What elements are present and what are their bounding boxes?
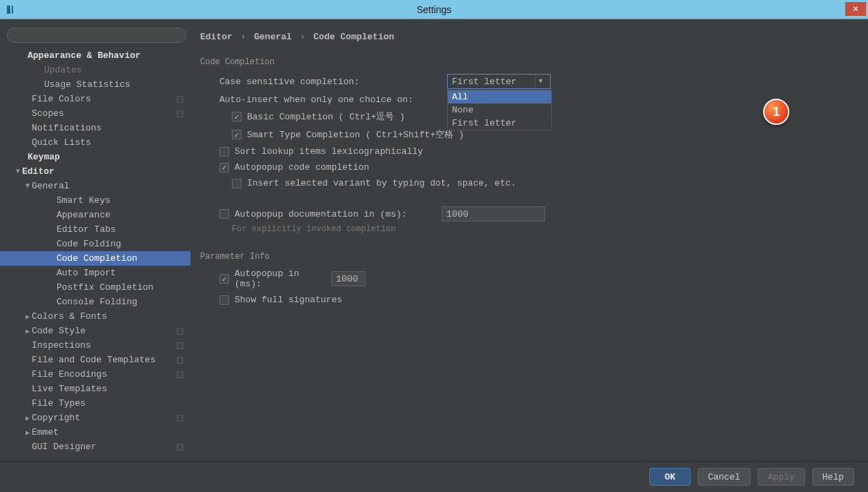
- svg-rect-9: [178, 342, 181, 348]
- checkbox-show-full[interactable]: [219, 295, 229, 305]
- label-case-sensitive: Case sensitive completion:: [219, 77, 447, 87]
- sidebar-item-file-colors[interactable]: ▶File Colors: [0, 92, 190, 106]
- sidebar-item-label: General: [32, 181, 185, 191]
- sidebar-item-label: Auto Import: [57, 268, 185, 278]
- section-parameter-info: Parameter Info: [200, 252, 854, 262]
- label-sort-lex: Sort lookup items lexicographically: [235, 146, 423, 157]
- dropdown-option-all[interactable]: All: [448, 90, 551, 104]
- sidebar-item-smart-keys[interactable]: ▶Smart Keys: [0, 193, 190, 208]
- sidebar-item-label: Updates: [44, 65, 185, 75]
- app-icon: [6, 4, 17, 15]
- dropdown-option-none[interactable]: None: [448, 104, 551, 117]
- sidebar-item-code-completion[interactable]: ▶Code Completion: [0, 251, 190, 266]
- sidebar-item-postfix-completion[interactable]: ▶Postfix Completion: [0, 280, 190, 295]
- checkbox-sort-lex[interactable]: [219, 147, 229, 157]
- autopopup-in-input[interactable]: [331, 271, 366, 286]
- label-autopopup-code: Autopopup code completion: [235, 162, 369, 173]
- sidebar-item-label: GUI Designer: [32, 442, 172, 452]
- ok-button[interactable]: OK: [649, 468, 691, 486]
- sidebar-item-file-encodings[interactable]: ▶File Encodings: [0, 367, 190, 382]
- checkbox-basic-completion[interactable]: [232, 112, 241, 121]
- sidebar-item-editor[interactable]: ▼Editor: [0, 164, 190, 179]
- sidebar-item-colors-fonts[interactable]: ▶Colors & Fonts: [0, 309, 190, 324]
- autopopup-doc-input[interactable]: [442, 206, 545, 222]
- svg-rect-1: [12, 6, 13, 14]
- close-button[interactable]: ✕: [845, 2, 866, 16]
- breadcrumb-general[interactable]: General: [254, 32, 292, 42]
- sidebar-item-usage-statistics[interactable]: ▶Usage Statistics: [0, 77, 190, 92]
- apply-button[interactable]: Apply: [758, 468, 805, 486]
- sidebar-item-auto-import[interactable]: ▶Auto Import: [0, 266, 190, 280]
- sidebar-item-label: Inspections: [32, 340, 172, 351]
- project-scope-icon: [175, 109, 185, 119]
- project-scope-icon: [175, 95, 185, 104]
- tree-arrow-icon: ▶: [23, 313, 32, 321]
- search-input[interactable]: [7, 28, 186, 43]
- dropdown-option-first-letter[interactable]: First letter: [448, 117, 551, 130]
- project-scope-icon: [175, 341, 185, 351]
- sidebar-item-inspections[interactable]: ▶Inspections: [0, 338, 190, 353]
- content-panel: Editor › General › Code Completion Code …: [193, 19, 868, 461]
- help-button[interactable]: Help: [812, 468, 854, 486]
- case-sensitive-select[interactable]: First letter ▼ All None First letter: [447, 74, 551, 89]
- svg-rect-3: [178, 96, 181, 102]
- sidebar-item-label: Keymap: [28, 152, 185, 162]
- breadcrumb-sep-icon: ›: [297, 32, 308, 42]
- sidebar-item-label: Usage Statistics: [44, 79, 185, 90]
- sidebar-item-code-style[interactable]: ▶Code Style: [0, 324, 190, 338]
- tree-arrow-icon: ▶: [23, 429, 32, 437]
- checkbox-insert-dot[interactable]: [232, 179, 241, 188]
- svg-rect-7: [178, 328, 181, 334]
- checkbox-smart-completion[interactable]: [232, 130, 241, 139]
- settings-tree[interactable]: ▶Appearance & Behavior▶Updates▶Usage Sta…: [0, 48, 193, 461]
- sidebar-item-updates[interactable]: ▶Updates: [0, 63, 190, 77]
- label-autopopup-doc: Autopopup documentation in (ms):: [235, 209, 442, 219]
- label-autopopup-in: Autopopup in (ms):: [235, 268, 331, 289]
- sidebar-item-editor-tabs[interactable]: ▶Editor Tabs: [0, 222, 190, 237]
- sidebar-item-label: Code Folding: [57, 239, 185, 249]
- sidebar-item-quick-lists[interactable]: ▶Quick Lists: [0, 135, 190, 150]
- sidebar-item-general[interactable]: ▼General: [0, 179, 190, 193]
- checkbox-autopopup-doc[interactable]: [219, 209, 229, 219]
- breadcrumb-editor[interactable]: Editor: [200, 32, 233, 42]
- project-scope-icon: [175, 413, 185, 423]
- sidebar-item-appearance[interactable]: ▶Appearance: [0, 208, 190, 222]
- sidebar-item-file-and-code-templates[interactable]: ▶File and Code Templates: [0, 353, 190, 367]
- sidebar-item-keymap[interactable]: ▶Keymap: [0, 150, 190, 164]
- sidebar-item-scopes[interactable]: ▶Scopes: [0, 106, 190, 121]
- tree-arrow-icon: ▼: [14, 168, 22, 175]
- sidebar-item-notifications[interactable]: ▶Notifications: [0, 121, 190, 135]
- sidebar-item-appearance-behavior[interactable]: ▶Appearance & Behavior: [0, 48, 190, 63]
- sidebar-item-gui-designer[interactable]: ▶GUI Designer: [0, 440, 190, 454]
- label-show-full: Show full signatures: [235, 295, 342, 305]
- sidebar-item-label: Code Style: [32, 326, 172, 336]
- checkbox-autopopup-in[interactable]: [219, 274, 229, 284]
- checkbox-autopopup-code[interactable]: [219, 163, 229, 173]
- sidebar-item-emmet[interactable]: ▶Emmet: [0, 425, 190, 440]
- case-sensitive-dropdown: All None First letter: [447, 90, 552, 130]
- sidebar-item-console-folding[interactable]: ▶Console Folding: [0, 295, 190, 309]
- sidebar-item-label: Postfix Completion: [57, 282, 185, 293]
- hint-invoked: For explicitly invoked completion: [200, 224, 854, 234]
- tree-arrow-icon: ▶: [23, 327, 32, 335]
- sidebar-item-code-folding[interactable]: ▶Code Folding: [0, 237, 190, 251]
- sidebar-item-label: Code Completion: [57, 253, 185, 264]
- project-scope-icon: [175, 442, 185, 452]
- sidebar-item-label: Quick Lists: [32, 137, 185, 148]
- project-scope-icon: [175, 326, 185, 336]
- svg-rect-15: [178, 415, 181, 421]
- label-insert-dot: Insert selected variant by typing dot, s…: [247, 178, 516, 188]
- select-value: First letter: [452, 77, 535, 87]
- sidebar-item-label: Console Folding: [57, 297, 185, 307]
- sidebar-item-label: Copyright: [32, 413, 172, 423]
- sidebar-item-label: Appearance & Behavior: [28, 50, 185, 61]
- sidebar-item-copyright[interactable]: ▶Copyright: [0, 411, 190, 425]
- sidebar-item-live-templates[interactable]: ▶Live Templates: [0, 382, 190, 396]
- sidebar-item-file-types[interactable]: ▶File Types: [0, 396, 190, 411]
- cancel-button[interactable]: Cancel: [698, 468, 751, 486]
- window-title: Settings: [417, 4, 452, 15]
- svg-rect-17: [178, 444, 181, 450]
- close-icon: ✕: [852, 4, 859, 14]
- project-scope-icon: [175, 355, 185, 365]
- sidebar-item-label: Notifications: [32, 123, 185, 133]
